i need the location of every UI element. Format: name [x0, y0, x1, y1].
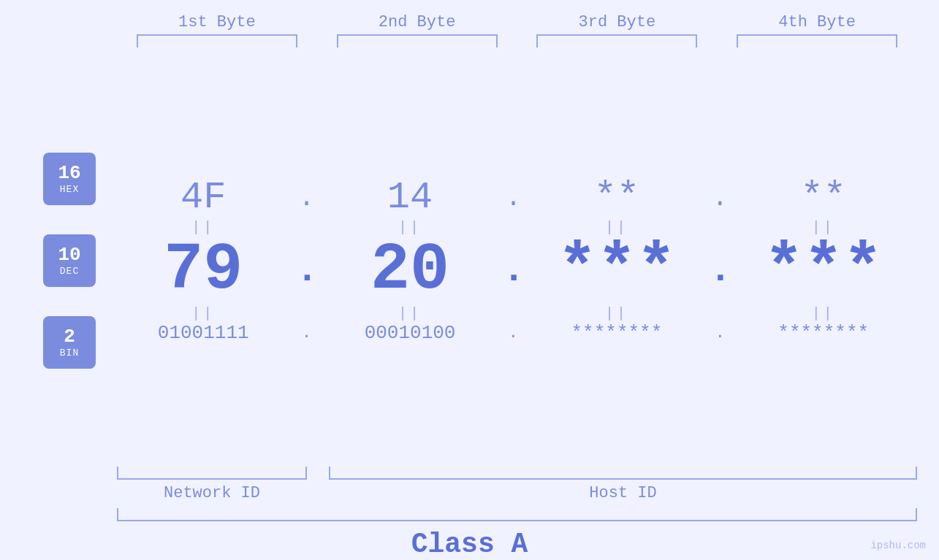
watermark: ipshu.com [870, 540, 926, 551]
eq2-1: || [123, 305, 284, 322]
hex-dot1: . [296, 183, 318, 213]
dec-byte2: 20 [330, 237, 490, 303]
byte-header-1: 1st Byte [137, 13, 297, 31]
badge-hex-label: HEX [60, 184, 79, 195]
byte-headers-row: 1st Byte 2nd Byte 3rd Byte 4th Byte [0, 13, 939, 31]
class-label: Class A [0, 529, 939, 560]
dec-byte1: 79 [123, 237, 284, 303]
bottom-brackets-wrapper [0, 467, 939, 480]
badges-column: 16 HEX 10 DEC 2 BIN [29, 153, 110, 369]
bin-dot3: . [709, 324, 731, 342]
bin-dot1: . [296, 324, 318, 342]
network-id-bracket [117, 467, 307, 480]
bracket-top-4 [737, 34, 897, 47]
bin-dot2: . [502, 324, 524, 342]
main-area: 16 HEX 10 DEC 2 BIN 4F . 14 . ** . ** [0, 55, 939, 467]
bracket-top-2 [337, 34, 498, 47]
dec-byte4: *** [743, 237, 904, 303]
bin-value-row: 01001111 . 00010100 . ******** . *******… [110, 323, 917, 342]
host-id-bracket [329, 467, 917, 480]
bin-byte3: ******** [536, 323, 697, 342]
bracket-top-3 [536, 34, 697, 47]
bin-byte1: 01001111 [123, 323, 284, 342]
byte-header-3: 3rd Byte [536, 13, 697, 31]
eq2-4: || [743, 305, 904, 322]
hex-byte2: 14 [330, 179, 490, 217]
main-container: 1st Byte 2nd Byte 3rd Byte 4th Byte 16 H… [0, 0, 939, 560]
badge-hex: 16 HEX [43, 153, 96, 205]
badge-dec-num: 10 [58, 245, 80, 266]
eq2-3: || [536, 305, 697, 322]
badge-dec-label: DEC [60, 266, 79, 277]
network-id-label: Network ID [117, 484, 307, 502]
bin-byte2: 00010100 [330, 323, 490, 342]
dec-dot1: . [296, 249, 318, 292]
hex-value-row: 4F . 14 . ** . ** [110, 179, 917, 217]
badge-bin-num: 2 [64, 326, 75, 348]
hex-byte1: 4F [123, 179, 284, 217]
badge-bin-label: BIN [60, 348, 79, 358]
values-area: 4F . 14 . ** . ** || || || || 79 [110, 179, 917, 342]
class-bracket-row [0, 508, 939, 521]
equals-row-2: || || || || [110, 303, 917, 323]
dec-dot2: . [502, 249, 524, 292]
bin-byte4: ******** [743, 323, 904, 342]
hex-dot2: . [502, 183, 524, 213]
bracket-top-1 [137, 34, 297, 47]
eq2-2: || [330, 305, 490, 322]
hex-byte4: ** [743, 179, 904, 217]
class-bracket [117, 508, 917, 521]
dec-value-row: 79 . 20 . *** . *** [110, 237, 917, 303]
byte-header-4: 4th Byte [737, 13, 897, 31]
dec-dot3: . [709, 249, 731, 292]
bottom-label-row: Network ID Host ID [0, 480, 939, 502]
byte-header-2: 2nd Byte [337, 13, 498, 31]
hex-byte3: ** [536, 179, 697, 217]
dec-byte3: *** [536, 237, 697, 303]
host-id-label: Host ID [329, 484, 917, 502]
top-brackets [0, 34, 939, 47]
badge-hex-num: 16 [58, 163, 80, 184]
hex-dot3: . [709, 183, 731, 213]
badge-bin: 2 BIN [43, 316, 96, 369]
badge-dec: 10 DEC [43, 234, 96, 287]
